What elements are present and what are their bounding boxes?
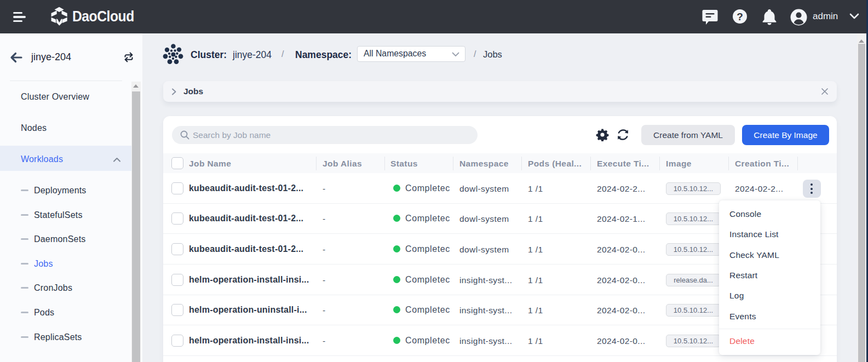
svg-text:?: ? [737, 11, 743, 22]
